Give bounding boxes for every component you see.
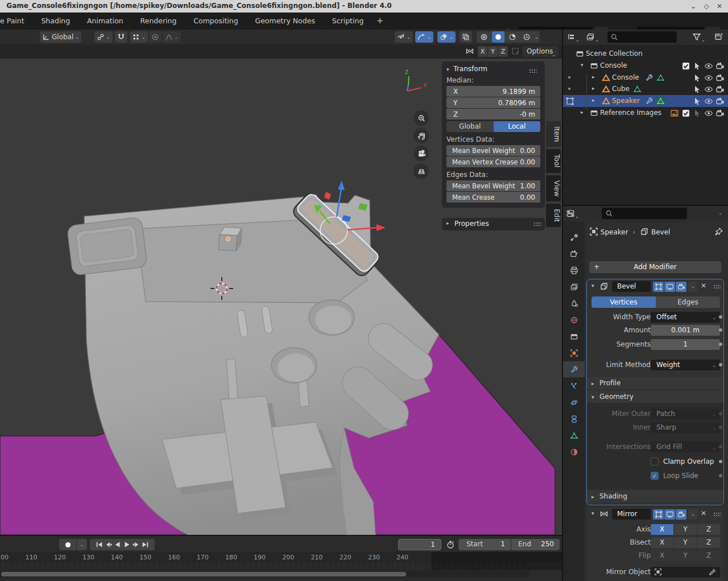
width-type-dropdown[interactable]: Offset⌄ [651, 312, 720, 323]
bevel-realtime-toggle[interactable] [664, 282, 675, 292]
global-space-button[interactable]: Global [446, 121, 494, 132]
properties-tab-meshdata[interactable] [563, 427, 585, 443]
median-z-field[interactable]: Z -0 m [446, 109, 540, 120]
mirror-axis-z[interactable]: Z [697, 524, 720, 535]
edges-tab[interactable]: Edges [656, 296, 720, 308]
region-separator[interactable] [563, 205, 728, 206]
pin-id-icon[interactable] [714, 227, 723, 238]
mirror-extras-dropdown[interactable]: ⌄ [688, 509, 697, 520]
modifier-name-field[interactable]: Bevel [612, 281, 651, 292]
mirror-y-button[interactable]: Y [488, 46, 498, 57]
mirror-axis-x[interactable]: X [651, 524, 673, 535]
shading-material-button[interactable] [506, 31, 519, 43]
flip-x[interactable]: X [651, 550, 673, 561]
jump-to-start-button[interactable] [96, 541, 104, 549]
bisect-z[interactable]: Z [697, 537, 720, 548]
mirror-x-button[interactable]: X [478, 46, 487, 57]
auto-key-button[interactable] [59, 539, 76, 550]
mirror-axis-y[interactable]: Y [674, 524, 697, 535]
hide-viewport-icon[interactable] [704, 73, 713, 83]
workspace-tab-shading[interactable]: Shading [34, 13, 77, 30]
animate-dot[interactable] [719, 343, 722, 346]
show-gizmo-dropdown[interactable]: ⌄ [395, 31, 413, 43]
frame-end-field[interactable]: End 250 [511, 539, 560, 550]
workspace-tab-rendering[interactable]: Rendering [133, 13, 184, 30]
n-panel-properties-collapsed[interactable]: ▸ Properties [442, 218, 545, 230]
modifier-name-field[interactable]: Mirror [612, 509, 651, 520]
miter-outer-dropdown[interactable]: Patch⌄ [651, 409, 720, 419]
shading-rendered-button[interactable] [520, 31, 533, 43]
hide-render-icon[interactable] [715, 97, 725, 106]
outliner-row-console[interactable]: ▸Console [563, 72, 728, 84]
mirror-drag-handle[interactable] [713, 512, 721, 517]
outliner-row-cube[interactable]: ▸Cube [563, 83, 728, 95]
cube-object[interactable] [218, 227, 242, 251]
workspace-tab-geometry-nodes[interactable]: Geometry Nodes [247, 13, 322, 30]
properties-tab-wrench[interactable] [563, 361, 585, 377]
viewport-3d[interactable]: Z X ▾ Transform Median: X 9.1899 m Y 0.7… [0, 59, 562, 535]
outliner-display-mode-dropdown[interactable]: ⌄ [566, 32, 580, 43]
properties-tab-printer[interactable] [563, 262, 585, 278]
hide-viewport-icon[interactable] [704, 85, 713, 94]
hide-render-icon[interactable] [715, 61, 725, 71]
hide-viewport-icon[interactable] [704, 109, 713, 118]
tab-item[interactable]: Item [546, 121, 561, 147]
miter-inner-dropdown[interactable]: Sharp⌄ [651, 422, 720, 433]
workspace-tab-paint[interactable]: e Paint [0, 13, 32, 30]
median-x-field[interactable]: X 9.1899 m [446, 86, 540, 97]
hide-viewport-icon[interactable] [704, 97, 713, 106]
selectable-icon[interactable] [693, 85, 702, 94]
shading-subpanel-header[interactable]: ▸ Shading [587, 491, 723, 502]
collection-checkbox[interactable] [681, 109, 690, 118]
animate-dot[interactable] [719, 363, 722, 366]
mirror-z-button[interactable]: Z [498, 46, 508, 57]
selectable-icon[interactable] [693, 97, 702, 106]
outliner-filter-id-dropdown[interactable]: ⌄ [586, 32, 599, 43]
tab-edit[interactable]: Edit [546, 204, 561, 227]
bisect-y[interactable]: Y [674, 537, 697, 548]
workspace-tab-scripting[interactable]: Scripting [325, 13, 371, 30]
segments-field[interactable]: 1 [651, 339, 720, 350]
maximize-button[interactable]: ◇ [701, 1, 712, 11]
transform-panel-title[interactable]: Transform [453, 65, 487, 73]
shading-solid-button[interactable] [492, 31, 504, 43]
zoom-tool-button[interactable] [413, 110, 429, 126]
properties-tab-tool[interactable] [563, 229, 585, 245]
outliner-row-speaker[interactable]: ▸Speaker [563, 95, 728, 107]
hide-viewport-icon[interactable] [704, 61, 713, 71]
outliner-search-input[interactable] [607, 31, 677, 43]
mirror-render-toggle[interactable] [676, 509, 686, 520]
properties-tab-world[interactable] [563, 312, 585, 328]
median-y-field[interactable]: Y 0.78096 m [446, 97, 540, 108]
snap-toggle[interactable] [115, 31, 127, 43]
properties-tab-render[interactable] [563, 246, 585, 262]
workspace-tab-compositing[interactable]: Compositing [186, 13, 245, 30]
properties-tab-physics[interactable] [563, 394, 585, 410]
pan-tool-button[interactable] [413, 128, 429, 143]
animate-dot[interactable] [719, 328, 722, 332]
bevel-extras-dropdown[interactable]: ⌄ [688, 282, 697, 292]
bevel-editmode-toggle[interactable] [653, 282, 664, 292]
mean-vertex-crease-field[interactable]: Mean Vertex Crease 0.00 [446, 156, 540, 167]
expander-icon[interactable]: ▸ [592, 97, 595, 103]
mirror-object-field[interactable] [651, 567, 720, 578]
bevel-close-button[interactable]: ✕ [701, 282, 706, 290]
snap-with-dropdown[interactable]: ⌄ [130, 31, 148, 43]
properties-tab-collection[interactable] [563, 328, 585, 344]
pivot-point-dropdown[interactable]: ⌄ [94, 31, 113, 43]
selectable-icon[interactable] [693, 73, 702, 83]
breadcrumb-modifier[interactable]: Bevel [651, 228, 670, 236]
outliner-filter-dropdown[interactable]: ⌄ [692, 32, 705, 43]
bevel-render-toggle[interactable] [676, 282, 686, 292]
vertices-tab[interactable]: Vertices [592, 296, 656, 308]
local-space-button[interactable]: Local [494, 121, 541, 132]
image-badge-icon[interactable] [670, 109, 679, 118]
outliner-row-console[interactable]: ▾Console [563, 60, 728, 72]
outliner-row-reference-images[interactable]: ▸Reference Images [563, 107, 728, 119]
properties-tab-droplet[interactable] [563, 295, 585, 311]
eyedropper-icon[interactable] [709, 568, 717, 578]
selectable-icon[interactable] [693, 109, 702, 118]
outliner-row-scene-collection[interactable]: Scene Collection [563, 48, 728, 60]
mirror-realtime-toggle[interactable] [664, 509, 675, 520]
selectable-icon[interactable] [693, 61, 702, 71]
